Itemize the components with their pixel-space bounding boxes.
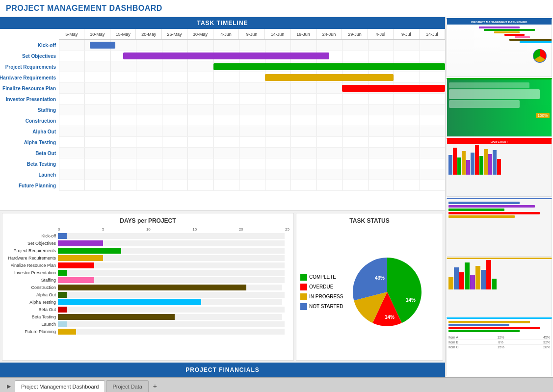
hbar-track — [58, 233, 285, 239]
gantt-row — [59, 105, 445, 115]
gantt-label: Alpha Testing — [0, 137, 59, 148]
hbar-track — [58, 248, 285, 254]
hbar-row: Kick-off1 — [6, 233, 290, 239]
hbar-track — [58, 270, 285, 276]
gantt-section: TASK TIMELINE Kick-offSet ObjectivesProj… — [0, 17, 445, 210]
hbar-label: Alpha Testing — [6, 300, 58, 305]
gantt-date: 4-Jul — [368, 29, 394, 39]
content-area: TASK TIMELINE Kick-offSet ObjectivesProj… — [0, 17, 553, 377]
hbar-row: Alpha Out1 — [6, 291, 290, 298]
task-status-container: TASK STATUS COMPLETEOVERDUEIN PROGRESSNO… — [296, 213, 443, 361]
tab-project-data[interactable]: Project Data — [106, 380, 149, 392]
financials-bar: PROJECT FINANCIALS — [0, 363, 445, 377]
thumbnail-2: 100% — [447, 78, 552, 137]
hbar-fill — [58, 285, 246, 290]
hbar-label: Future Planning — [6, 329, 58, 334]
hbar-label: Beta Testing — [6, 314, 58, 319]
legend-label: IN PROGRESS — [309, 294, 343, 299]
tab-prev-arrow[interactable]: ▶ — [4, 380, 14, 392]
gantt-date: 4-Jun — [213, 29, 239, 39]
legend-color — [300, 284, 307, 290]
tab-dashboard[interactable]: Project Management Dashboard — [15, 380, 105, 392]
hbar-fill — [58, 314, 175, 320]
hbar-track — [58, 255, 285, 261]
hbar-fill — [58, 277, 94, 283]
gantt-label: Alpha Out — [0, 126, 59, 137]
hbar-track — [58, 314, 282, 320]
gantt-label: Construction — [0, 115, 59, 126]
gantt-row — [59, 51, 445, 61]
gantt-date: 25-May — [162, 29, 187, 39]
gantt-row — [59, 169, 445, 180]
gantt-row — [59, 148, 445, 158]
hbar-label: Finalize Resource Plan — [6, 263, 58, 268]
gantt-date: 15-May — [110, 29, 136, 39]
thumb3-header: BAR CHART — [447, 139, 552, 144]
hbar-track — [58, 329, 285, 335]
gantt-chart: 5-May10-May15-May20-May25-May30-May4-Jun… — [59, 29, 445, 209]
hbar-row: Investor Presentation1 — [6, 269, 290, 276]
hbar-track — [58, 307, 285, 313]
thumbnail-6: Item A12%45% Item B8%32% Item C15%28% — [447, 317, 552, 376]
gantt-row — [59, 72, 445, 83]
thumbnail-3: BAR CHART — [447, 138, 552, 197]
hbar-label: Staffing — [6, 278, 58, 283]
task-status-title: TASK STATUS — [300, 217, 439, 224]
gantt-row — [59, 180, 445, 191]
gantt-label: Future Planning — [0, 180, 59, 191]
gantt-label: Kick-off — [0, 40, 59, 51]
legend-color — [300, 303, 307, 310]
legend-item: NOT STARTED — [300, 303, 343, 310]
page-title: PROJECT MANAGEMENT DASHBOARD — [6, 4, 547, 13]
gantt-date: 10-May — [84, 29, 110, 39]
hbar-fill — [58, 292, 67, 298]
hbar-row: Construction21 — [6, 284, 290, 291]
gantt-label: Staffing — [0, 105, 59, 115]
gantt-row — [59, 83, 445, 94]
hbar-fill — [58, 233, 67, 239]
gantt-row — [59, 158, 445, 169]
legend-color — [300, 293, 307, 300]
gantt-bar — [123, 52, 329, 59]
hbar-row: Set Objectives5 — [6, 240, 290, 247]
hbar-row: Staffing4 — [6, 277, 290, 284]
hbar-fill — [58, 270, 67, 276]
days-chart-container: DAYS per PROJECT 0510152025 Kick-off1Set… — [2, 213, 294, 361]
days-chart-title: DAYS per PROJECT — [6, 217, 290, 224]
legend-label: OVERDUE — [309, 284, 333, 289]
hbar-track — [58, 277, 285, 283]
hbar-fill — [58, 299, 201, 305]
gantt-date: 19-Jun — [290, 29, 316, 39]
gantt-header: TASK TIMELINE — [0, 17, 445, 29]
pie-svg: 43% 14% 14% — [348, 253, 426, 331]
thumbnail-5 — [447, 258, 552, 316]
hbar-label: Beta Out — [6, 307, 58, 312]
hbar-row: Launch1 — [6, 321, 290, 328]
hbar-track — [58, 285, 282, 290]
legend-label: NOT STARTED — [309, 304, 343, 309]
thumb1-header: PROJECT MANAGEMENT DASHBOARD — [447, 20, 552, 25]
gantt-bar — [342, 85, 445, 92]
hbar-fill — [58, 248, 121, 254]
title-bar: PROJECT MANAGEMENT DASHBOARD — [0, 0, 553, 17]
gantt-label: Hardware Requirements — [0, 72, 59, 83]
gantt-label: Beta Out — [0, 148, 59, 158]
gantt-row — [59, 115, 445, 126]
pie-chart: 43% 14% 14% — [348, 253, 426, 331]
hbar-label: Investor Presentation — [6, 270, 58, 275]
main-container: PROJECT MANAGEMENT DASHBOARD TASK TIMELI… — [0, 0, 553, 392]
gantt-date: 24-Jun — [316, 29, 342, 39]
hbar-row: Finalize Resource Plan4 — [6, 262, 290, 269]
hbar-track — [58, 292, 285, 298]
main-dashboard: TASK TIMELINE Kick-offSet ObjectivesProj… — [0, 17, 445, 377]
gantt-rows — [59, 40, 445, 191]
thumbnail-1: PROJECT MANAGEMENT DASHBOARD — [447, 18, 552, 77]
gantt-label: Beta Testing — [0, 158, 59, 169]
hbar-label: Launch — [6, 322, 58, 327]
gantt-date: 14-Jun — [265, 29, 290, 39]
legend-item: OVERDUE — [300, 284, 343, 290]
right-panel: PROJECT MANAGEMENT DASHBOARD — [445, 17, 553, 377]
tab-add-button[interactable]: + — [150, 381, 160, 392]
gantt-label: Launch — [0, 169, 59, 180]
hbar-fill — [58, 321, 67, 327]
